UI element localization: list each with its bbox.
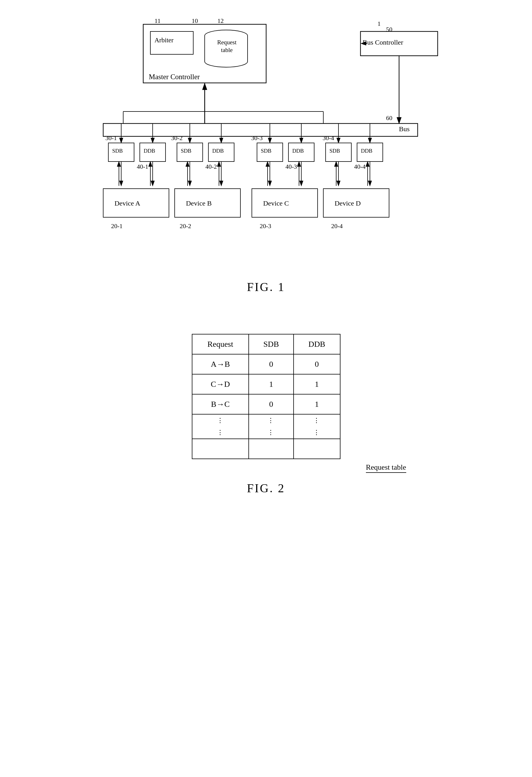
row1-sdb: 0	[249, 354, 294, 374]
ref-60: 60	[386, 114, 393, 122]
ref-1: 1	[378, 20, 381, 27]
ref-30-4: 30-4	[323, 134, 334, 142]
table-row: A→B 0 0	[192, 354, 340, 374]
dash-3: ⋮	[294, 414, 340, 427]
ref-12: 12	[218, 17, 224, 25]
ref-20-3: 20-3	[260, 222, 271, 230]
col-sdb: SDB	[249, 334, 294, 354]
device-a-label: Device A	[115, 200, 140, 207]
row1-ddb: 0	[294, 354, 340, 374]
sdb-3: SDB	[261, 148, 272, 154]
fig1-svg	[66, 17, 466, 274]
table-row: B→C 0 1	[192, 394, 340, 414]
dash-2: ⋮	[249, 414, 294, 427]
col-ddb: DDB	[294, 334, 340, 354]
request-table-label-text: Request table	[366, 463, 406, 473]
fig2-label: FIG. 2	[247, 481, 285, 495]
ref-10: 10	[192, 17, 198, 25]
ref-20-1: 20-1	[111, 222, 123, 230]
fig1-diagram: 1 10 11 12 50 60 Arbiter Requesttable Ma…	[66, 17, 466, 274]
bus-label: Bus	[399, 125, 410, 133]
ref-40-4: 40-4	[354, 163, 365, 171]
ddb-1: DDB	[144, 148, 155, 154]
table-header-row: Request SDB DDB	[192, 334, 340, 354]
ref-20-2: 20-2	[180, 222, 191, 230]
row3-ddb: 1	[294, 394, 340, 414]
row2-sdb: 1	[249, 374, 294, 394]
svg-point-6	[205, 56, 247, 67]
ddb-3: DDB	[293, 148, 304, 154]
fig1-label: FIG. 1	[66, 280, 466, 294]
ref-11: 11	[155, 17, 161, 25]
dashed-row-2: ⋮ ⋮ ⋮	[192, 427, 340, 439]
arbiter-label: Arbiter	[155, 36, 174, 44]
row3-request: B→C	[192, 394, 249, 414]
master-controller-label: Master Controller	[149, 73, 200, 81]
fig2-container: Request SDB DDB A→B 0 0 C→D 1 1 B→C	[123, 334, 409, 495]
request-table-label-container: Request table	[366, 463, 406, 473]
device-c-label: Device C	[263, 200, 289, 207]
sdb-2: SDB	[181, 148, 192, 154]
row2-request: C→D	[192, 374, 249, 394]
ref-30-1: 30-1	[105, 134, 117, 142]
fig1-container: 1 10 11 12 50 60 Arbiter Requesttable Ma…	[66, 17, 466, 294]
ref-30-3: 30-3	[251, 134, 263, 142]
bottom-1	[192, 439, 249, 459]
bottom-2	[249, 439, 294, 459]
sdb-4: SDB	[330, 148, 340, 154]
ref-40-3: 40-3	[286, 163, 297, 171]
bus-controller-label: Bus Controller	[363, 38, 403, 46]
ddb-4: DDB	[361, 148, 373, 154]
sdb-1: SDB	[112, 148, 123, 154]
page: 1 10 11 12 50 60 Arbiter Requesttable Ma…	[0, 0, 532, 777]
ddb-2: DDB	[212, 148, 224, 154]
table-row: C→D 1 1	[192, 374, 340, 394]
dash2-1: ⋮	[192, 427, 249, 439]
ref-40-1: 40-1	[137, 163, 148, 171]
col-request: Request	[192, 334, 249, 354]
dash2-3: ⋮	[294, 427, 340, 439]
ref-40-2: 40-2	[206, 163, 217, 171]
ref-20-4: 20-4	[331, 222, 343, 230]
row3-sdb: 0	[249, 394, 294, 414]
bottom-3	[294, 439, 340, 459]
dash-1: ⋮	[192, 414, 249, 427]
row1-request: A→B	[192, 354, 249, 374]
device-b-label: Device B	[186, 200, 212, 207]
row2-ddb: 1	[294, 374, 340, 394]
device-d-label: Device D	[335, 200, 361, 207]
request-table-label: Requesttable	[207, 38, 247, 54]
dash2-2: ⋮	[249, 427, 294, 439]
table-bottom-row	[192, 439, 340, 459]
request-table: Request SDB DDB A→B 0 0 C→D 1 1 B→C	[192, 334, 340, 459]
ref-30-2: 30-2	[171, 134, 183, 142]
ref-50: 50	[386, 26, 393, 33]
dashed-row-1: ⋮ ⋮ ⋮	[192, 414, 340, 427]
